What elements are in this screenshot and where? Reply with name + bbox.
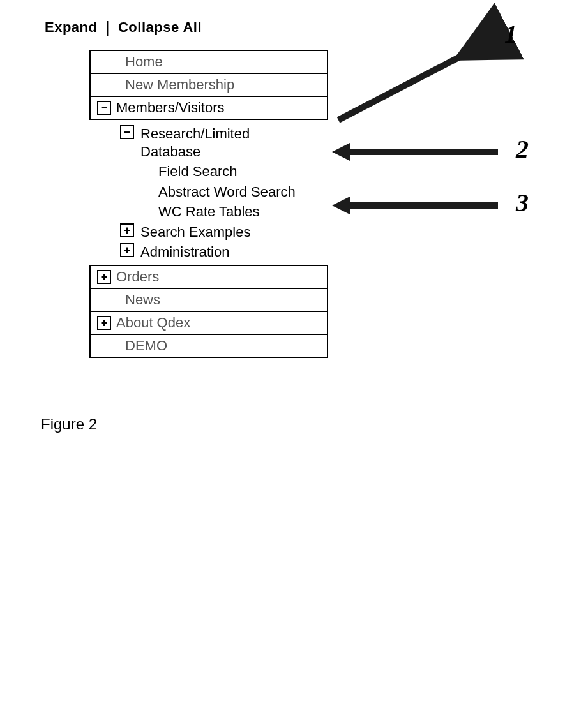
plus-icon[interactable]: + bbox=[97, 270, 111, 284]
nav-label: About Qdex bbox=[116, 315, 190, 331]
nav-label: News bbox=[125, 292, 160, 308]
nav-box-bottom: + Orders News + About Qdex DEMO bbox=[89, 265, 328, 358]
plus-icon[interactable]: + bbox=[120, 243, 134, 257]
nav-label: Members/Visitors bbox=[116, 100, 225, 116]
svg-marker-3 bbox=[332, 143, 350, 161]
plus-icon[interactable]: + bbox=[120, 223, 134, 237]
figure-caption: Figure 2 bbox=[41, 415, 588, 433]
nav-label: Search Examples bbox=[140, 223, 250, 241]
nav-item-new-membership[interactable]: New Membership bbox=[91, 73, 327, 96]
svg-line-1 bbox=[338, 37, 498, 120]
svg-marker-5 bbox=[332, 197, 350, 214]
minus-icon[interactable]: − bbox=[97, 101, 111, 115]
nav-label: Field Search bbox=[158, 163, 237, 181]
nav-item-members-visitors[interactable]: − Members/Visitors bbox=[91, 96, 327, 119]
nav-box-top: Home New Membership − Members/Visitors bbox=[89, 50, 328, 120]
expand-all-link[interactable]: Expand bbox=[45, 19, 97, 35]
navigation-tree: Home New Membership − Members/Visitors −… bbox=[89, 50, 588, 358]
nav-item-home[interactable]: Home bbox=[91, 51, 327, 73]
callout-number-2: 2 bbox=[516, 134, 528, 164]
collapse-all-link[interactable]: Collapse All bbox=[118, 19, 202, 35]
nav-item-news[interactable]: News bbox=[91, 288, 327, 311]
nav-label: Administration bbox=[140, 243, 229, 261]
plus-icon[interactable]: + bbox=[97, 316, 111, 330]
nav-item-demo[interactable]: DEMO bbox=[91, 334, 327, 357]
nav-label: Research/Limited Database bbox=[140, 125, 313, 160]
nav-item-about-qdex[interactable]: + About Qdex bbox=[91, 311, 327, 334]
nav-item-search-examples[interactable]: + Search Examples bbox=[120, 222, 588, 242]
minus-icon[interactable]: − bbox=[120, 125, 134, 139]
nav-item-orders[interactable]: + Orders bbox=[91, 266, 327, 288]
callout-arrow-1 bbox=[332, 31, 511, 137]
nav-label: Orders bbox=[116, 269, 159, 285]
callout-number-1: 1 bbox=[504, 19, 516, 49]
nav-label: Home bbox=[125, 54, 163, 70]
callout-arrow-3 bbox=[332, 193, 511, 222]
nav-item-administration[interactable]: + Administration bbox=[120, 242, 588, 262]
nav-label: Abstract Word Search bbox=[158, 183, 296, 201]
nav-label: WC Rate Tables bbox=[158, 203, 260, 221]
callout-number-3: 3 bbox=[516, 188, 528, 218]
nav-label: DEMO bbox=[125, 338, 167, 354]
separator: | bbox=[105, 19, 110, 36]
nav-label: New Membership bbox=[125, 77, 234, 93]
callout-arrow-2 bbox=[332, 139, 511, 168]
